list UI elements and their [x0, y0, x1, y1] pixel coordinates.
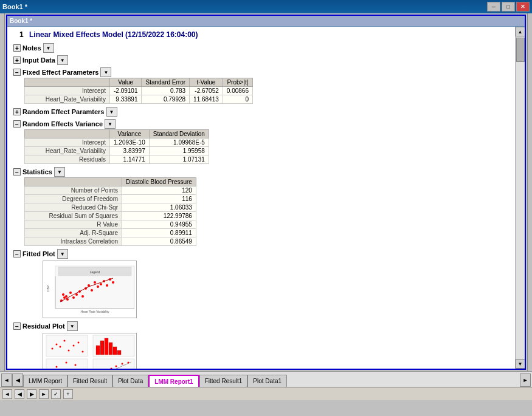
statistics-table: Diastolic Blood Pressure Number of Point… [24, 177, 196, 246]
residual-plot-dropdown[interactable]: ▼ [67, 321, 78, 331]
input-data-expand[interactable]: + [13, 56, 21, 64]
fitted-plot-label: Fitted Plot [22, 250, 55, 257]
tab-prev-button[interactable]: ◀ [12, 373, 23, 387]
svg-point-36 [64, 340, 66, 342]
tab-next-button[interactable]: ► [520, 373, 531, 387]
status-next-step-button[interactable]: ▶ [27, 389, 36, 399]
statistics-expand[interactable]: − [13, 168, 21, 176]
tab-fitted-result[interactable]: Fitted Result [67, 375, 112, 387]
random-effect-params-label: Random Effect Paramters [22, 108, 105, 115]
fixed-effect-label: Fixed Effect Parameters [22, 69, 98, 76]
fitted-plot-thumbnail[interactable]: Legend [43, 261, 137, 318]
svg-point-10 [72, 296, 75, 299]
svg-text:Heart Rate Variability: Heart Rate Variability [81, 310, 109, 313]
svg-point-6 [62, 293, 64, 296]
svg-point-39 [78, 342, 80, 344]
svg-point-52 [66, 362, 67, 364]
random-effects-variance-expand[interactable]: − [13, 120, 21, 128]
status-bar: ◄ ◀ ▶ ► ✓ + [0, 387, 532, 400]
title-bar: Book1 * ─ □ ✕ [0, 0, 532, 13]
svg-point-40 [82, 351, 84, 353]
svg-point-8 [65, 295, 67, 298]
svg-rect-46 [113, 347, 117, 355]
random-effects-variance-dropdown[interactable]: ▼ [105, 119, 116, 129]
random-effects-variance-table: Variance Standard Deviation Intercept 1.… [24, 129, 209, 164]
input-data-dropdown[interactable]: ▼ [57, 55, 68, 65]
fitted-plot-expand[interactable]: − [13, 250, 21, 257]
svg-point-33 [52, 348, 54, 350]
svg-point-34 [56, 344, 58, 346]
report-heading: 1 Linear Mixed Effects Model (12/15/2022… [7, 30, 515, 39]
close-button[interactable]: ✕ [516, 2, 530, 12]
tab-bar: ◄ ◀ LMM Report Fitted Result Plot Data L… [0, 371, 532, 387]
random-effect-params-expand[interactable]: + [13, 108, 21, 115]
scroll-up-arrow[interactable]: ▲ [516, 27, 525, 36]
table-row: Heart_Rate_Variability 9.33891 0.79928 1… [25, 95, 253, 104]
residual-plot-label: Residual Plot [22, 322, 65, 330]
status-prev-button[interactable]: ◄ [2, 389, 12, 399]
scroll-down-arrow[interactable]: ▼ [516, 359, 525, 369]
status-prev-step-button[interactable]: ◀ [15, 389, 24, 399]
residual-plot-expand[interactable]: − [13, 322, 21, 330]
svg-point-23 [112, 281, 114, 284]
rev-col-variance: Variance [110, 130, 150, 138]
statistics-dropdown[interactable]: ▼ [54, 167, 65, 177]
tab-lmm-report1[interactable]: LMM Report1 [148, 375, 199, 387]
svg-point-38 [73, 345, 75, 347]
status-add-sheet-button[interactable]: + [63, 389, 73, 399]
fitted-plot-dropdown[interactable]: ▼ [57, 249, 68, 259]
notes-expand[interactable]: + [13, 44, 21, 52]
svg-rect-45 [109, 343, 112, 355]
tab-plot-data[interactable]: Plot Data [112, 375, 148, 387]
fe-col-se: Standard Error [142, 78, 190, 87]
notes-dropdown[interactable]: ▼ [43, 43, 54, 53]
residual-plot-section: − Residual Plot ▼ [13, 321, 515, 332]
svg-rect-43 [100, 341, 104, 355]
svg-point-62 [116, 366, 117, 367]
table-row: Number of Points 120 [25, 186, 196, 195]
vertical-scrollbar[interactable]: ▲ ▼ [515, 27, 525, 369]
svg-point-17 [94, 281, 96, 284]
status-check-button[interactable]: ✓ [51, 389, 61, 399]
table-row: Intraclass Correlation 0.86549 [25, 237, 196, 246]
random-effect-params-dropdown[interactable]: ▼ [106, 107, 117, 117]
table-row: Residuals 1.14771 1.07131 [25, 155, 209, 164]
scroll-thumb[interactable] [516, 38, 525, 62]
minimize-button[interactable]: ─ [487, 2, 500, 12]
svg-point-54 [75, 364, 77, 366]
fixed-effect-expand[interactable]: − [13, 69, 21, 76]
svg-point-16 [91, 289, 93, 292]
stats-col-dbp: Diastolic Blood Pressure [122, 178, 196, 186]
random-effects-variance-label: Random Effects Variance [22, 120, 103, 128]
table-row: Intercept 1.2093E-10 1.09968E-5 [25, 138, 209, 147]
table-row: Degrees of Freedom 116 [25, 195, 196, 203]
svg-point-50 [56, 366, 58, 368]
svg-rect-48 [46, 359, 88, 369]
statistics-section: − Statistics ▼ [13, 166, 515, 177]
svg-point-18 [97, 285, 99, 288]
fe-col-value: Value [110, 78, 142, 87]
input-data-section: + Input Data ▼ [13, 55, 515, 66]
title-bar-buttons: ─ □ ✕ [487, 2, 530, 12]
fixed-effect-table: Value Standard Error t-Value Prob>|t| In… [24, 78, 253, 104]
notes-section: + Notes ▼ [13, 43, 515, 53]
restore-button[interactable]: □ [502, 2, 515, 12]
svg-point-64 [128, 362, 130, 364]
tab-first-button[interactable]: ◄ [1, 373, 12, 387]
tab-fitted-result1[interactable]: Fitted Result1 [199, 375, 248, 387]
notes-label: Notes [22, 44, 41, 52]
fitted-plot-section: − Fitted Plot ▼ [13, 248, 515, 259]
fixed-effect-dropdown[interactable]: ▼ [100, 67, 111, 77]
svg-rect-42 [96, 346, 100, 355]
table-row: Adj. R-Square 0.89911 [25, 229, 196, 237]
residual-plot-thumbnail[interactable] [43, 333, 137, 369]
report-area: 1 Linear Mixed Effects Model (12/15/2022… [7, 27, 515, 369]
tab-lmm-report[interactable]: LMM Report [23, 375, 67, 387]
fe-col-t: t-Value [190, 78, 223, 87]
residual-plot-svg [43, 333, 137, 369]
svg-rect-32 [46, 335, 88, 356]
status-next-button[interactable]: ► [39, 389, 49, 399]
random-effects-variance-section: − Random Effects Variance ▼ [13, 118, 515, 129]
svg-rect-56 [93, 359, 134, 369]
tab-plot-data1[interactable]: Plot Data1 [247, 375, 287, 387]
